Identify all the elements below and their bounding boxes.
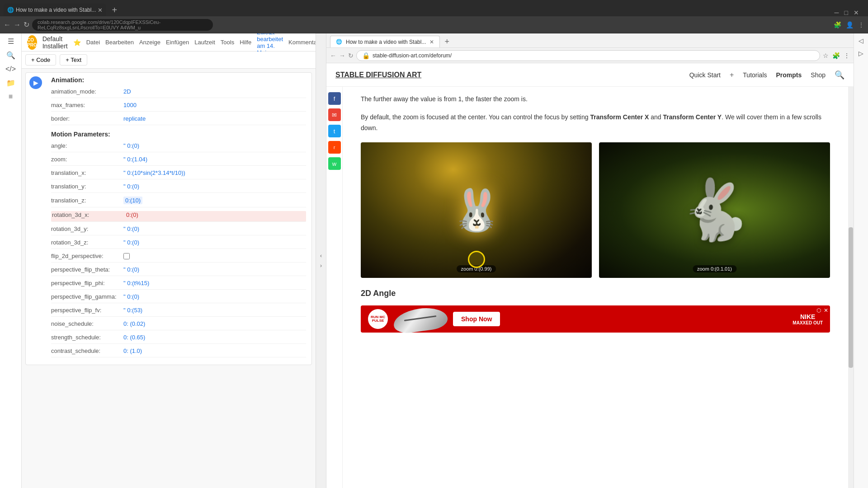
- site-tab[interactable]: 🌐 How to make a video with Stabl... ✕: [330, 36, 440, 47]
- right-panel-icon-2[interactable]: ▷: [859, 50, 863, 57]
- param-r3dy-label: rotation_3d_y:: [51, 225, 123, 232]
- flip-perspective-checkbox[interactable]: [123, 253, 130, 259]
- ad-expand-icon[interactable]: ⬡: [816, 307, 821, 314]
- run-cell-button[interactable]: ▶: [29, 76, 42, 89]
- param-angle-label: angle:: [51, 142, 123, 149]
- site-refresh-button[interactable]: ↻: [348, 52, 354, 59]
- comment-button[interactable]: Kommentar: [288, 39, 316, 46]
- browser-tab[interactable]: 🌐 How to make a video with Stabl... ✕: [4, 4, 106, 16]
- scrollbar-thumb[interactable]: [849, 227, 853, 368]
- site-address-text: stable-diffusion-art.com/deforum/: [373, 52, 452, 59]
- nav-quickstart[interactable]: Quick Start: [689, 71, 721, 79]
- maximize-icon[interactable]: □: [844, 9, 848, 16]
- whatsapp-share-button[interactable]: w: [328, 157, 341, 170]
- param-r3dz-value: " 0:(0): [123, 239, 139, 246]
- search-site-icon[interactable]: 🔍: [835, 70, 844, 80]
- add-code-button[interactable]: + Code: [25, 54, 56, 66]
- profile-icon[interactable]: 👤: [846, 21, 854, 28]
- zoom-image-left: 🐰 zoom 0:(0.99): [361, 142, 592, 278]
- sidebar-files-icon[interactable]: 📁: [6, 79, 15, 87]
- param-tz-label: translation_z:: [51, 197, 123, 204]
- nav-shop[interactable]: Shop: [811, 71, 826, 79]
- new-tab-button[interactable]: +: [108, 4, 121, 16]
- expand-right-icon[interactable]: ›: [320, 263, 322, 269]
- article-text-2: By default, the zoom is focused at the c…: [361, 112, 830, 134]
- colab-address-text: colab.research.google.com/drive/120CdqpI…: [38, 19, 208, 30]
- scrollbar-track[interactable]: [848, 87, 854, 488]
- sidebar-toc-icon[interactable]: ≡: [9, 93, 13, 101]
- site-back-button[interactable]: ←: [330, 52, 336, 59]
- param-pft-label: perspective_flip_theta:: [51, 266, 123, 273]
- menu-bearbeiten[interactable]: Bearbeiten: [105, 39, 134, 46]
- param-pffv-value: " 0:(53): [123, 307, 142, 314]
- param-pffv-label: perspective_flip_fv:: [51, 307, 123, 314]
- zoom-cursor-indicator: [468, 251, 485, 268]
- param-ty-value: " 0:(0): [123, 183, 139, 190]
- param-animation-mode-value: 2D: [123, 88, 131, 95]
- refresh-button[interactable]: ↻: [24, 20, 29, 29]
- param-contrast-value: 0: (1.0): [123, 347, 142, 354]
- colab-address-bar[interactable]: colab.research.google.com/drive/120CdqpI…: [32, 19, 213, 31]
- menu-datei[interactable]: Datei: [86, 39, 100, 46]
- param-flip-label: flip_2d_perspective:: [51, 253, 123, 259]
- sidebar-code-icon[interactable]: </>: [5, 65, 16, 73]
- colab-logo: COPRO: [27, 35, 37, 50]
- extensions-icon[interactable]: 🧩: [834, 21, 841, 28]
- menu-einfuegen[interactable]: Einfügen: [166, 39, 189, 46]
- colab-title: Default Installiert: [42, 35, 68, 50]
- site-address-bar[interactable]: 🔒 stable-diffusion-art.com/deforum/: [356, 50, 820, 61]
- shop-now-button[interactable]: Shop Now: [453, 312, 500, 326]
- add-text-button[interactable]: + Text: [60, 54, 87, 66]
- param-tx-label: translation_x:: [51, 169, 123, 176]
- bookmark-icon[interactable]: ☆: [823, 52, 829, 59]
- nav-tutorials[interactable]: Tutorials: [743, 71, 767, 79]
- tab-close-icon[interactable]: ✕: [98, 7, 103, 14]
- param-pfp-label: perspective_flip_phi:: [51, 280, 123, 286]
- twitter-share-button[interactable]: t: [328, 125, 341, 137]
- sidebar-search-icon[interactable]: 🔍: [6, 51, 15, 60]
- param-tx-value: " 0:(10*sin(2*3.14*t/10)): [123, 169, 185, 176]
- email-share-button[interactable]: ✉: [328, 108, 341, 121]
- menu-hilfe[interactable]: Hilfe: [240, 39, 251, 46]
- menu-laufzeit[interactable]: Laufzeit: [194, 39, 215, 46]
- right-image-caption: zoom 0:(0.1.01): [693, 265, 736, 272]
- ad-logo: RUN MC PULSE: [368, 309, 388, 329]
- minimize-icon[interactable]: ─: [835, 9, 839, 16]
- back-button[interactable]: ←: [4, 21, 11, 29]
- site-tab-close[interactable]: ✕: [429, 39, 434, 45]
- ad-shoe-image: [393, 307, 448, 331]
- forward-button[interactable]: →: [14, 21, 21, 29]
- menu-dots-icon[interactable]: ⋮: [858, 21, 864, 28]
- ad-brand-text: NIKE MAXXED OUT: [793, 313, 823, 325]
- param-r3dx-value: 0:(0): [124, 211, 140, 219]
- article-text-1: The further away the value is from 1, th…: [361, 94, 830, 105]
- extensions-site-icon[interactable]: 🧩: [832, 52, 840, 59]
- motion-section-header: Motion Parameters:: [51, 131, 306, 138]
- reddit-share-button[interactable]: r: [328, 141, 341, 154]
- animation-section-header: Animation:: [51, 76, 306, 84]
- param-r3dx-label: rotation_3d_x:: [52, 211, 124, 218]
- param-tz-value: 0:(10): [123, 197, 142, 204]
- site-forward-button[interactable]: →: [339, 52, 345, 59]
- param-animation-mode-label: animation_mode:: [51, 88, 123, 95]
- param-strength-value: 0: (0.65): [123, 334, 145, 341]
- close-window-icon[interactable]: ✕: [854, 9, 859, 16]
- tab-label: How to make a video with Stabl...: [16, 7, 96, 13]
- site-logo[interactable]: STABLE DIFFUSION ART: [335, 71, 421, 79]
- nav-prompts[interactable]: Prompts: [776, 71, 802, 79]
- nav-plus[interactable]: +: [730, 71, 734, 79]
- ad-banner[interactable]: RUN MC PULSE Shop Now: [361, 305, 830, 333]
- menu-tools[interactable]: Tools: [221, 39, 234, 46]
- param-noise-value: 0: (0.02): [123, 320, 145, 327]
- right-panel-icon-1[interactable]: ◁: [859, 37, 863, 44]
- site-menu-icon[interactable]: ⋮: [844, 52, 850, 59]
- new-site-tab-button[interactable]: +: [442, 36, 452, 47]
- facebook-share-button[interactable]: f: [328, 92, 341, 105]
- collapse-left-icon[interactable]: ‹: [320, 253, 322, 259]
- param-contrast-label: contrast_schedule:: [51, 347, 123, 354]
- param-strength-label: strength_schedule:: [51, 334, 123, 341]
- ad-close-icon[interactable]: ✕: [824, 307, 828, 314]
- sidebar-menu-icon[interactable]: ☰: [8, 37, 14, 46]
- param-max-frames-label: max_frames:: [51, 102, 123, 108]
- menu-anzeige[interactable]: Anzeige: [139, 39, 160, 46]
